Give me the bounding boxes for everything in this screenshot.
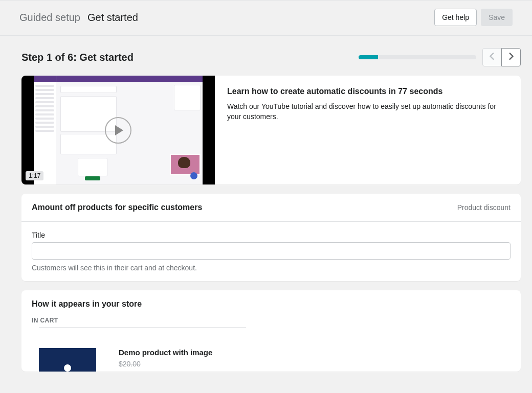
step-title: Step 1 of 6: Get started xyxy=(21,52,134,63)
step-nav xyxy=(482,48,521,66)
step-row: Step 1 of 6: Get started xyxy=(21,48,521,66)
discount-form-card: Amount off products for specific custome… xyxy=(21,194,521,281)
get-help-button[interactable]: Get help xyxy=(434,9,477,26)
breadcrumb-root[interactable]: Guided setup xyxy=(19,12,80,24)
next-step-button[interactable] xyxy=(501,48,521,66)
video-description-text: Watch our YouTube tutorial and discover … xyxy=(227,101,508,122)
discount-form-header: Amount off products for specific custome… xyxy=(21,194,521,222)
prev-step-button xyxy=(482,48,502,66)
title-label: Title xyxy=(32,231,511,239)
title-help-text: Customers will see this in their cart an… xyxy=(32,264,511,272)
preview-original-price: $20.00 xyxy=(119,360,212,368)
topbar: Guided setup Get started Get help Save xyxy=(0,0,532,36)
video-card: 1:17 Learn how to create automatic disco… xyxy=(21,76,521,184)
preview-card: How it appears in your store IN CART Dem… xyxy=(21,290,521,372)
video-description: Learn how to create automatic discounts … xyxy=(215,76,521,184)
discount-form-heading: Amount off products for specific custome… xyxy=(32,203,202,212)
video-thumbnail[interactable]: 1:17 xyxy=(21,76,215,184)
breadcrumb: Guided setup Get started xyxy=(19,12,138,24)
preview-product-image xyxy=(39,348,96,372)
progress-fill xyxy=(359,55,378,59)
divider xyxy=(39,327,246,328)
chevron-left-icon xyxy=(490,53,495,62)
play-icon xyxy=(105,117,131,144)
chevron-right-icon xyxy=(508,53,514,62)
preview-heading: How it appears in your store xyxy=(32,299,511,309)
preview-cart-item: Demo product with image $20.00 xyxy=(32,348,511,372)
progress-bar xyxy=(359,55,476,59)
video-title: Learn how to create automatic discounts … xyxy=(227,87,508,96)
header-actions: Get help Save xyxy=(434,9,513,26)
discount-title-section: Title Customers will see this in their c… xyxy=(21,222,521,281)
preview-product-info: Demo product with image $20.00 xyxy=(119,348,212,368)
breadcrumb-current: Get started xyxy=(87,12,138,24)
preview-section: How it appears in your store IN CART Dem… xyxy=(21,290,521,372)
discount-type-tag: Product discount xyxy=(457,203,511,212)
save-button: Save xyxy=(481,9,513,26)
video-duration: 1:17 xyxy=(26,171,43,180)
video-card-body: 1:17 Learn how to create automatic disco… xyxy=(21,76,521,184)
preview-group-label: IN CART xyxy=(32,317,511,324)
step-controls xyxy=(359,48,521,66)
preview-product-name: Demo product with image xyxy=(119,348,212,357)
content: Step 1 of 6: Get started xyxy=(0,36,532,372)
title-input[interactable] xyxy=(32,242,511,260)
